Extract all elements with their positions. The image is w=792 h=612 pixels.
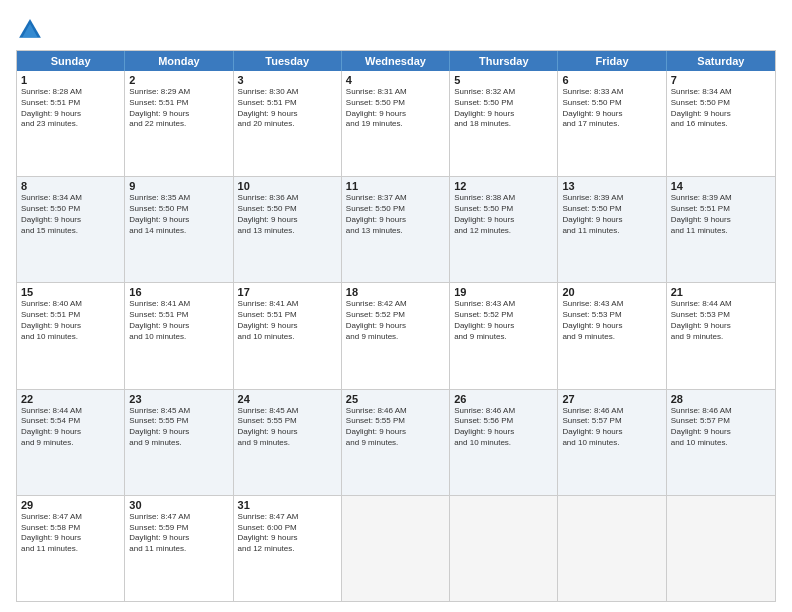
day-cell-27: 27Sunrise: 8:46 AMSunset: 5:57 PMDayligh…: [558, 390, 666, 495]
day-cell-31: 31Sunrise: 8:47 AMSunset: 6:00 PMDayligh…: [234, 496, 342, 601]
header-day-saturday: Saturday: [667, 51, 775, 71]
cell-line: Sunset: 5:53 PM: [562, 310, 661, 321]
cell-line: Sunrise: 8:41 AM: [129, 299, 228, 310]
cell-line: and 15 minutes.: [21, 226, 120, 237]
cell-line: and 11 minutes.: [671, 226, 771, 237]
cell-line: and 9 minutes.: [238, 438, 337, 449]
cell-line: Sunrise: 8:33 AM: [562, 87, 661, 98]
day-number: 9: [129, 180, 228, 192]
cell-line: Sunset: 5:55 PM: [129, 416, 228, 427]
cell-line: Daylight: 9 hours: [346, 321, 445, 332]
cell-line: Sunrise: 8:39 AM: [562, 193, 661, 204]
cell-line: Sunset: 5:58 PM: [21, 523, 120, 534]
calendar-row-4: 29Sunrise: 8:47 AMSunset: 5:58 PMDayligh…: [17, 495, 775, 601]
day-number: 1: [21, 74, 120, 86]
cell-line: and 12 minutes.: [454, 226, 553, 237]
cell-line: and 9 minutes.: [129, 438, 228, 449]
day-cell-20: 20Sunrise: 8:43 AMSunset: 5:53 PMDayligh…: [558, 283, 666, 388]
cell-line: and 9 minutes.: [346, 438, 445, 449]
cell-line: Sunrise: 8:41 AM: [238, 299, 337, 310]
cell-line: Sunrise: 8:43 AM: [562, 299, 661, 310]
day-number: 29: [21, 499, 120, 511]
cell-line: and 9 minutes.: [21, 438, 120, 449]
day-cell-18: 18Sunrise: 8:42 AMSunset: 5:52 PMDayligh…: [342, 283, 450, 388]
cell-line: Sunrise: 8:34 AM: [21, 193, 120, 204]
header-day-wednesday: Wednesday: [342, 51, 450, 71]
cell-line: Sunset: 5:52 PM: [346, 310, 445, 321]
cell-line: Sunset: 5:50 PM: [562, 204, 661, 215]
day-number: 3: [238, 74, 337, 86]
cell-line: Sunrise: 8:32 AM: [454, 87, 553, 98]
cell-line: Daylight: 9 hours: [454, 215, 553, 226]
calendar-body: 1Sunrise: 8:28 AMSunset: 5:51 PMDaylight…: [17, 71, 775, 601]
day-number: 14: [671, 180, 771, 192]
day-cell-15: 15Sunrise: 8:40 AMSunset: 5:51 PMDayligh…: [17, 283, 125, 388]
cell-line: Daylight: 9 hours: [562, 427, 661, 438]
day-number: 21: [671, 286, 771, 298]
day-cell-9: 9Sunrise: 8:35 AMSunset: 5:50 PMDaylight…: [125, 177, 233, 282]
cell-line: Sunrise: 8:47 AM: [129, 512, 228, 523]
day-number: 17: [238, 286, 337, 298]
cell-line: Sunrise: 8:28 AM: [21, 87, 120, 98]
header-day-friday: Friday: [558, 51, 666, 71]
cell-line: Sunset: 5:59 PM: [129, 523, 228, 534]
day-number: 19: [454, 286, 553, 298]
cell-line: and 16 minutes.: [671, 119, 771, 130]
day-number: 2: [129, 74, 228, 86]
cell-line: Daylight: 9 hours: [346, 427, 445, 438]
cell-line: Sunset: 5:50 PM: [562, 98, 661, 109]
cell-line: Daylight: 9 hours: [129, 427, 228, 438]
empty-cell-4-4: [450, 496, 558, 601]
day-number: 5: [454, 74, 553, 86]
cell-line: Daylight: 9 hours: [346, 215, 445, 226]
cell-line: Daylight: 9 hours: [129, 109, 228, 120]
calendar-row-2: 15Sunrise: 8:40 AMSunset: 5:51 PMDayligh…: [17, 282, 775, 388]
cell-line: Daylight: 9 hours: [21, 321, 120, 332]
cell-line: Sunset: 5:51 PM: [21, 310, 120, 321]
day-number: 15: [21, 286, 120, 298]
day-number: 11: [346, 180, 445, 192]
cell-line: Daylight: 9 hours: [671, 427, 771, 438]
logo-icon: [16, 16, 44, 44]
calendar-row-0: 1Sunrise: 8:28 AMSunset: 5:51 PMDaylight…: [17, 71, 775, 176]
day-number: 25: [346, 393, 445, 405]
cell-line: Daylight: 9 hours: [454, 427, 553, 438]
day-cell-26: 26Sunrise: 8:46 AMSunset: 5:56 PMDayligh…: [450, 390, 558, 495]
day-cell-12: 12Sunrise: 8:38 AMSunset: 5:50 PMDayligh…: [450, 177, 558, 282]
cell-line: Sunrise: 8:46 AM: [454, 406, 553, 417]
calendar-row-3: 22Sunrise: 8:44 AMSunset: 5:54 PMDayligh…: [17, 389, 775, 495]
cell-line: Sunset: 5:57 PM: [562, 416, 661, 427]
cell-line: and 19 minutes.: [346, 119, 445, 130]
cell-line: Sunset: 5:51 PM: [129, 310, 228, 321]
cell-line: Sunset: 5:57 PM: [671, 416, 771, 427]
calendar: SundayMondayTuesdayWednesdayThursdayFrid…: [16, 50, 776, 602]
cell-line: Sunset: 5:50 PM: [454, 98, 553, 109]
day-cell-5: 5Sunrise: 8:32 AMSunset: 5:50 PMDaylight…: [450, 71, 558, 176]
day-number: 26: [454, 393, 553, 405]
cell-line: and 18 minutes.: [454, 119, 553, 130]
cell-line: Daylight: 9 hours: [562, 321, 661, 332]
day-cell-28: 28Sunrise: 8:46 AMSunset: 5:57 PMDayligh…: [667, 390, 775, 495]
cell-line: Sunset: 5:54 PM: [21, 416, 120, 427]
cell-line: and 13 minutes.: [346, 226, 445, 237]
cell-line: Sunrise: 8:29 AM: [129, 87, 228, 98]
cell-line: and 22 minutes.: [129, 119, 228, 130]
cell-line: Daylight: 9 hours: [454, 321, 553, 332]
cell-line: Daylight: 9 hours: [671, 321, 771, 332]
cell-line: Daylight: 9 hours: [238, 215, 337, 226]
cell-line: and 23 minutes.: [21, 119, 120, 130]
cell-line: and 12 minutes.: [238, 544, 337, 555]
cell-line: and 14 minutes.: [129, 226, 228, 237]
header-day-monday: Monday: [125, 51, 233, 71]
empty-cell-4-3: [342, 496, 450, 601]
cell-line: Daylight: 9 hours: [21, 109, 120, 120]
cell-line: Sunset: 5:51 PM: [238, 310, 337, 321]
day-number: 8: [21, 180, 120, 192]
day-cell-8: 8Sunrise: 8:34 AMSunset: 5:50 PMDaylight…: [17, 177, 125, 282]
cell-line: and 11 minutes.: [562, 226, 661, 237]
cell-line: Sunset: 5:50 PM: [129, 204, 228, 215]
cell-line: Sunrise: 8:34 AM: [671, 87, 771, 98]
header: [16, 16, 776, 44]
cell-line: and 11 minutes.: [129, 544, 228, 555]
cell-line: Sunset: 5:50 PM: [671, 98, 771, 109]
